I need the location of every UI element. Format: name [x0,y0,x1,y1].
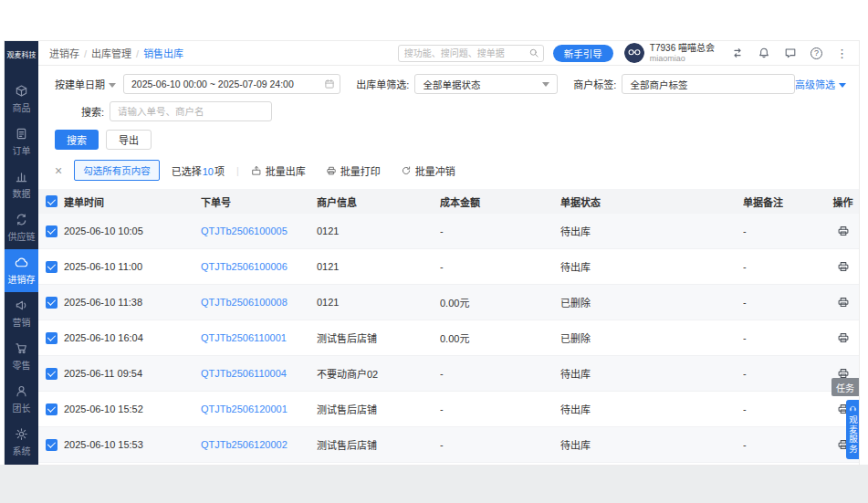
search-button[interactable]: 搜索 [55,130,99,150]
close-icon[interactable]: × [55,164,62,177]
table-row: 2025-06-10 16:04QTJTb2506110001测试售后店铺0.0… [38,320,859,356]
merchant-cell: 测试售后店铺 [317,402,440,416]
row-actions [827,331,859,344]
sidebar-item-4[interactable]: 供应链 [5,206,38,249]
user-name: T7936 喵喵总会 [650,43,715,54]
filter-row-2: 搜索: [55,101,846,121]
order-no-link[interactable]: QTJTb2506100008 [201,297,317,308]
search-icon[interactable] [528,47,539,58]
sidebar-item-7[interactable]: 零售 [5,335,38,378]
order-no-link[interactable]: QTJTb2506110004 [201,368,317,379]
keyword-label: 搜索: [81,104,104,119]
order-no-link[interactable]: QTJTb2506100006 [201,261,317,272]
column-header: 下单号 [201,194,317,209]
remark-cell: - [743,225,827,236]
status-cell: 已删除 [560,330,743,345]
batch-action-label: 批量打印 [340,163,381,178]
batch-action-批量打印[interactable]: 批量打印 [326,163,381,178]
select-all-pages-button[interactable]: 勾选所有页内容 [74,160,160,181]
batch-action-label: 批量冲销 [415,163,455,178]
more-icon[interactable]: ⋮ [836,47,848,59]
sidebar-item-6[interactable]: 营销 [5,292,38,335]
user-avatar[interactable] [624,43,644,63]
batch-outbound-icon [251,165,262,176]
filter-row-1: 按建单日期 出库单筛选: 全部单据状态 商户标签: [55,74,846,94]
status-cell: 待出库 [560,366,743,381]
selected-prefix: 已选择 [172,166,202,177]
select-all-checkbox[interactable] [46,195,58,207]
print-icon[interactable] [837,260,850,273]
print-icon[interactable] [837,331,850,344]
switch-icon[interactable] [731,47,744,59]
brand-logo: 观麦科技 [5,41,38,78]
sidebar-item-2[interactable]: 订单 [5,121,38,163]
help-icon[interactable]: ? [810,47,822,59]
user-box[interactable]: T7936 喵喵总会 miaomiao [624,43,715,64]
remark-cell: - [743,332,827,343]
sidebar-item-label: 零售 [13,358,31,372]
sidebar-item-5[interactable]: 进销存 [5,249,38,292]
date-type-selector[interactable]: 按建单日期 [55,77,116,91]
newbie-guide-button[interactable]: 新手引导 [553,45,613,62]
supply-chain-icon [15,213,28,226]
row-checkbox[interactable] [46,261,58,273]
row-checkbox-cell [38,261,64,273]
order-no-link[interactable]: QTJTb2506120002 [201,439,317,450]
sidebar-item-9[interactable]: 系统 [5,421,38,464]
breadcrumb-item[interactable]: 出库管理 [91,48,131,59]
row-actions [827,225,859,237]
column-header: 成本金额 [440,194,560,209]
row-checkbox[interactable] [46,225,58,237]
order-no-link[interactable]: QTJTb2506100005 [201,225,317,236]
create-time-cell: 2025-06-10 11:38 [64,297,201,308]
order-no-link[interactable]: QTJTb2506120001 [201,403,317,414]
user-info: T7936 喵喵总会 miaomiao [650,43,715,64]
row-checkbox[interactable] [46,403,58,415]
column-header: 操作 [827,194,859,209]
row-checkbox[interactable] [46,297,58,309]
create-time-cell: 2025-06-10 10:05 [64,225,201,236]
advanced-filter-link[interactable]: 高级筛选 [795,77,846,91]
header-checkbox-cell [38,195,64,207]
date-range-input[interactable] [123,74,340,94]
sidebar-item-label: 订单 [13,143,31,157]
sidebar-item-label: 供应链 [8,229,36,243]
selected-count: 10 [203,166,214,177]
breadcrumb-item[interactable]: 进销存 [49,48,79,59]
keyword-input[interactable] [110,101,272,121]
batch-actions: 批量出库批量打印批量冲销 [251,163,476,178]
sidebar-item-8[interactable]: 团长 [5,378,38,421]
row-checkbox[interactable] [46,368,58,380]
breadcrumb-item[interactable]: 销售出库 [143,48,183,59]
create-time-cell: 2025-06-10 15:52 [64,403,201,414]
merchant-tag-input[interactable] [622,74,795,94]
merchant-cell: 0121 [317,225,440,236]
global-search-input[interactable] [398,45,544,62]
batch-action-批量冲销[interactable]: 批量冲销 [401,163,455,178]
calendar-icon[interactable] [324,79,335,89]
screen: 观麦科技 商品订单数据供应链进销存营销零售团长系统 进销存/出库管理/销售出库 … [0,0,868,503]
status-filter-label: 出库单筛选: [356,77,409,91]
batch-action-批量出库[interactable]: 批量出库 [251,163,306,178]
export-button[interactable]: 导出 [106,130,152,150]
print-icon[interactable] [837,225,850,237]
table-header-row: 建单时间下单号商户信息成本金额单据状态单据备注操作 [38,189,859,214]
task-badge[interactable]: 任务 [831,378,859,396]
message-icon[interactable] [784,47,797,59]
bell-icon[interactable] [758,47,770,59]
breadcrumb-separator: / [136,48,139,59]
sidebar-item-3[interactable]: 数据 [5,163,38,206]
row-checkbox[interactable] [46,439,58,451]
table-row: 2025-06-10 11:38QTJTb250610000801210.00元… [38,285,859,320]
service-tab[interactable]: 观麦服务 [846,400,859,459]
create-time-cell: 2025-06-10 15:53 [64,439,201,450]
order-no-link[interactable]: QTJTb2506110001 [201,332,317,343]
sidebar-item-1[interactable]: 商品 [5,78,38,121]
filter-panel: 按建单日期 出库单筛选: 全部单据状态 商户标签: [38,66,859,150]
row-checkbox-cell [38,332,64,344]
system-icon [15,427,28,441]
print-icon[interactable] [837,296,850,309]
batch-action-label: 批量出库 [266,163,306,178]
row-checkbox[interactable] [46,332,58,344]
status-select[interactable]: 全部单据状态 [414,74,558,94]
